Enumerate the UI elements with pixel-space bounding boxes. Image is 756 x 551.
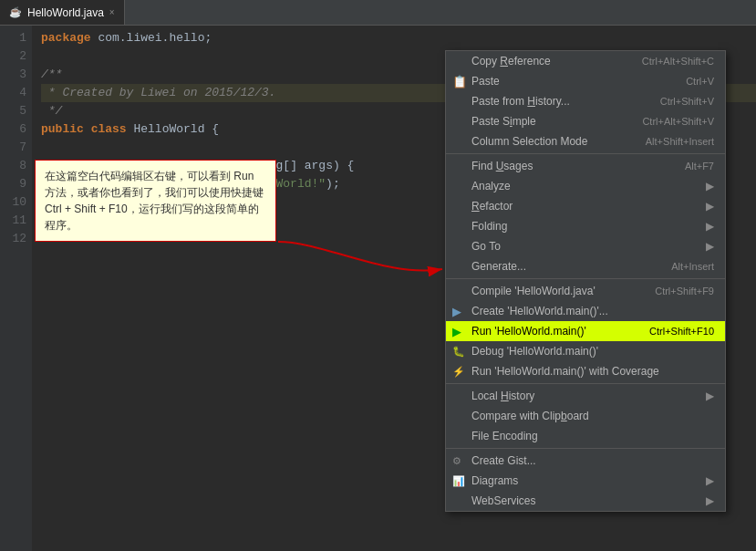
menu-folding[interactable]: Folding ▶ bbox=[446, 216, 725, 236]
separator-4 bbox=[446, 448, 725, 449]
java-file-icon: ☕ bbox=[9, 6, 22, 18]
gist-icon: ⚙ bbox=[452, 455, 461, 467]
menu-column-selection[interactable]: Column Selection Mode Alt+Shift+Insert bbox=[446, 131, 725, 151]
tab-bar: ☕ HelloWorld.java × bbox=[0, 0, 756, 26]
submenu-arrow-history: ▶ bbox=[706, 390, 714, 402]
coverage-icon: ⚡ bbox=[452, 366, 465, 378]
paste-icon: 📋 bbox=[452, 75, 467, 88]
editor-container: ☕ HelloWorld.java × 1 2 3 4 5 6 7 8 9 10… bbox=[0, 0, 756, 551]
menu-paste-history[interactable]: Paste from History... Ctrl+Shift+V bbox=[446, 91, 725, 111]
menu-file-encoding[interactable]: File Encoding bbox=[446, 426, 725, 446]
submenu-arrow-diagrams: ▶ bbox=[706, 474, 714, 487]
menu-run-main[interactable]: ▶ Run 'HelloWorld.main()' Ctrl+Shift+F10 bbox=[446, 321, 725, 341]
annotation-balloon: 在这篇空白代码编辑区右键，可以看到 Run 方法，或者你也看到了，我们可以使用快… bbox=[35, 160, 276, 242]
annotation-text: 在这篇空白代码编辑区右键，可以看到 Run 方法，或者你也看到了，我们可以使用快… bbox=[45, 170, 264, 232]
submenu-arrow-folding: ▶ bbox=[706, 220, 714, 233]
tab-helloworld[interactable]: ☕ HelloWorld.java × bbox=[0, 0, 125, 25]
run-icon: ▶ bbox=[452, 325, 461, 338]
menu-create-gist[interactable]: ⚙ Create Gist... bbox=[446, 451, 725, 471]
menu-paste-simple[interactable]: Paste Simple Ctrl+Alt+Shift+V bbox=[446, 111, 725, 131]
menu-compare-clipboard[interactable]: Compare with Clipboard bbox=[446, 406, 725, 426]
submenu-arrow-goto: ▶ bbox=[706, 240, 714, 253]
menu-analyze[interactable]: Analyze ▶ bbox=[446, 176, 725, 196]
annotation-arrow bbox=[269, 233, 451, 287]
menu-compile[interactable]: Compile 'HelloWorld.java' Ctrl+Shift+F9 bbox=[446, 281, 725, 301]
context-menu: Copy Reference Ctrl+Alt+Shift+C 📋 Paste … bbox=[445, 50, 726, 512]
menu-refactor[interactable]: Refactor ▶ bbox=[446, 196, 725, 216]
menu-webservices[interactable]: WebServices ▶ bbox=[446, 491, 725, 511]
menu-diagrams[interactable]: 📊 Diagrams ▶ bbox=[446, 471, 725, 491]
menu-create-helloworld[interactable]: ▶ Create 'HelloWorld.main()'... bbox=[446, 301, 725, 321]
diagrams-icon: 📊 bbox=[452, 475, 465, 487]
menu-generate[interactable]: Generate... Alt+Insert bbox=[446, 256, 725, 276]
menu-local-history[interactable]: Local History ▶ bbox=[446, 386, 725, 406]
menu-goto[interactable]: Go To ▶ bbox=[446, 236, 725, 256]
menu-copy-reference[interactable]: Copy Reference Ctrl+Alt+Shift+C bbox=[446, 51, 725, 71]
submenu-arrow-analyze: ▶ bbox=[706, 180, 714, 192]
menu-run-coverage[interactable]: ⚡ Run 'HelloWorld.main()' with Coverage bbox=[446, 361, 725, 381]
menu-paste[interactable]: 📋 Paste Ctrl+V bbox=[446, 71, 725, 91]
submenu-arrow-refactor: ▶ bbox=[706, 200, 714, 213]
submenu-arrow-webservices: ▶ bbox=[706, 494, 714, 507]
code-line-1: package com.liwei.hello; bbox=[41, 29, 756, 47]
tab-close-button[interactable]: × bbox=[109, 7, 115, 17]
line-numbers: 1 2 3 4 5 6 7 8 9 10 11 12 bbox=[0, 26, 32, 551]
separator-3 bbox=[446, 383, 725, 384]
create-icon: ▶ bbox=[452, 305, 461, 318]
menu-find-usages[interactable]: Find Usages Alt+F7 bbox=[446, 156, 725, 176]
separator-2 bbox=[446, 278, 725, 279]
menu-debug-main[interactable]: 🐛 Debug 'HelloWorld.main()' bbox=[446, 341, 725, 361]
tab-label: HelloWorld.java bbox=[27, 6, 104, 19]
debug-icon: 🐛 bbox=[452, 346, 465, 358]
separator-1 bbox=[446, 153, 725, 154]
